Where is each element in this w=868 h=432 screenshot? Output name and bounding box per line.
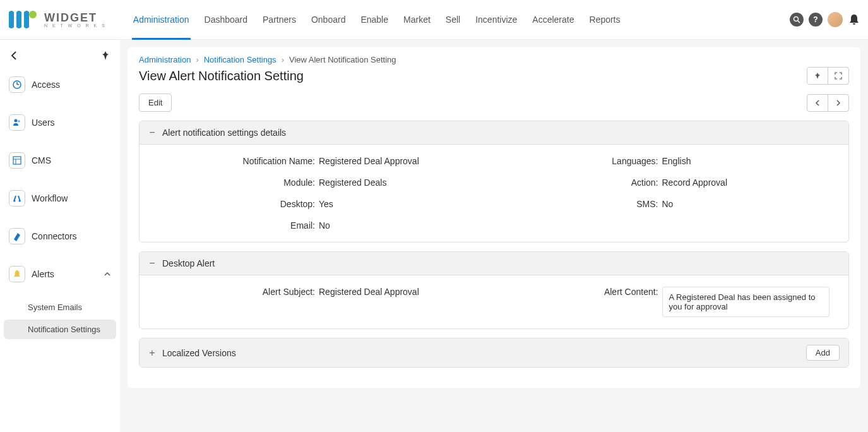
module-value: Registered Deals bbox=[319, 177, 386, 188]
search-icon[interactable] bbox=[790, 13, 804, 27]
email-value: No bbox=[319, 220, 330, 231]
topnav-onboard[interactable]: Onboard bbox=[304, 0, 353, 40]
connectors-icon bbox=[9, 228, 25, 244]
add-button[interactable]: Add bbox=[806, 345, 840, 361]
topnav-dashboard[interactable]: Dashboard bbox=[197, 0, 256, 40]
desktop-label: Desktop: bbox=[151, 199, 315, 209]
svg-rect-6 bbox=[13, 157, 21, 164]
panel-title: Localized Versions bbox=[162, 348, 236, 358]
alerts-icon bbox=[9, 266, 25, 282]
chevron-right-icon: › bbox=[196, 55, 198, 64]
sidebar-item-label: Connectors bbox=[32, 231, 77, 241]
topbar: WIDGET N E T W O R K S Administration Da… bbox=[0, 0, 868, 40]
topnav-accelerate[interactable]: Accelerate bbox=[525, 0, 581, 40]
sidebar-item-workflow[interactable]: Workflow bbox=[4, 184, 116, 213]
sms-label: SMS: bbox=[494, 199, 658, 209]
notification-name-value: Registered Deal Approval bbox=[319, 156, 419, 166]
logo-subtitle: N E T W O R K S bbox=[44, 23, 107, 28]
users-icon bbox=[9, 114, 25, 131]
pin-button[interactable] bbox=[807, 67, 828, 85]
avatar[interactable] bbox=[828, 12, 843, 27]
topnav-reports[interactable]: Reports bbox=[581, 0, 627, 40]
edit-button[interactable]: Edit bbox=[139, 93, 172, 112]
cms-icon bbox=[9, 152, 25, 169]
bell-icon[interactable] bbox=[848, 13, 860, 26]
topnav-enable[interactable]: Enable bbox=[353, 0, 396, 40]
access-icon bbox=[9, 76, 25, 93]
panel-desktop-alert: − Desktop Alert Alert Subject:Registered… bbox=[139, 251, 849, 329]
topnav-sell[interactable]: Sell bbox=[438, 0, 468, 40]
sidebar-item-connectors[interactable]: Connectors bbox=[4, 222, 116, 251]
email-label: Email: bbox=[151, 220, 315, 231]
alert-content-value: A Registered Deal has been assigned to y… bbox=[662, 287, 829, 317]
topnav-incentivize[interactable]: Incentivize bbox=[468, 0, 525, 40]
back-icon[interactable] bbox=[9, 50, 20, 61]
expand-button[interactable] bbox=[828, 67, 849, 85]
action-label: Action: bbox=[494, 177, 658, 188]
sidebar-sub-system-emails[interactable]: System Emails bbox=[4, 297, 116, 317]
help-icon[interactable]: ? bbox=[809, 13, 823, 27]
main: Administration › Notification Settings ›… bbox=[120, 40, 868, 432]
alert-subject-value: Registered Deal Approval bbox=[319, 287, 419, 297]
action-value: Record Approval bbox=[662, 177, 728, 188]
svg-point-4 bbox=[15, 119, 18, 123]
sidebar-item-alerts[interactable]: Alerts bbox=[4, 260, 116, 289]
topnav-administration[interactable]: Administration bbox=[126, 0, 197, 40]
sidebar-item-label: CMS bbox=[32, 155, 51, 165]
prev-button[interactable] bbox=[807, 94, 828, 112]
svg-line-2 bbox=[798, 21, 800, 23]
sidebar-item-access[interactable]: Access bbox=[4, 70, 116, 99]
expand-icon[interactable]: + bbox=[148, 349, 156, 357]
languages-label: Languages: bbox=[494, 156, 658, 166]
panel-details: − Alert notification settings details No… bbox=[139, 121, 849, 243]
alert-subject-label: Alert Subject: bbox=[151, 287, 315, 297]
topnav-market[interactable]: Market bbox=[396, 0, 438, 40]
logo[interactable]: WIDGET N E T W O R K S bbox=[8, 9, 107, 30]
sms-value: No bbox=[662, 199, 674, 209]
sidebar-item-label: Access bbox=[32, 80, 60, 90]
page-title: View Alert Notification Setting bbox=[139, 69, 304, 83]
notification-name-label: Notification Name: bbox=[151, 156, 315, 166]
panel-title: Alert notification settings details bbox=[162, 128, 286, 138]
module-label: Module: bbox=[151, 177, 315, 188]
crumb-notification-settings[interactable]: Notification Settings bbox=[204, 55, 276, 64]
logo-word: WIDGET bbox=[44, 12, 107, 23]
sidebar-sub-notification-settings[interactable]: Notification Settings bbox=[4, 320, 116, 339]
workflow-icon bbox=[9, 190, 25, 207]
chevron-up-icon bbox=[104, 270, 111, 278]
next-button[interactable] bbox=[828, 94, 849, 112]
sidebar-item-label: Alerts bbox=[32, 269, 54, 279]
collapse-icon[interactable]: − bbox=[148, 129, 156, 136]
logo-mark-icon bbox=[8, 9, 40, 30]
svg-point-1 bbox=[794, 17, 799, 21]
sidebar-item-users[interactable]: Users bbox=[4, 108, 116, 137]
svg-point-5 bbox=[18, 120, 20, 123]
topnav: Administration Dashboard Partners Onboar… bbox=[126, 0, 628, 40]
topnav-partners[interactable]: Partners bbox=[255, 0, 304, 40]
panel-localized-versions: + Localized Versions Add bbox=[139, 338, 849, 368]
svg-point-10 bbox=[19, 200, 21, 202]
svg-point-9 bbox=[14, 200, 16, 202]
chevron-right-icon: › bbox=[282, 55, 284, 64]
alert-content-label: Alert Content: bbox=[494, 287, 658, 297]
languages-value: English bbox=[662, 156, 691, 166]
sidebar-item-cms[interactable]: CMS bbox=[4, 146, 116, 175]
panel-title: Desktop Alert bbox=[162, 258, 215, 268]
sidebar-item-label: Workflow bbox=[32, 193, 68, 203]
desktop-value: Yes bbox=[319, 199, 333, 209]
breadcrumb: Administration › Notification Settings ›… bbox=[139, 55, 849, 64]
svg-point-0 bbox=[29, 11, 37, 18]
pin-icon[interactable] bbox=[100, 50, 111, 61]
collapse-icon[interactable]: − bbox=[148, 260, 156, 267]
sidebar: Access Users CMS Workflow Connectors Ale… bbox=[0, 40, 120, 432]
crumb-administration[interactable]: Administration bbox=[139, 55, 191, 64]
sidebar-item-label: Users bbox=[32, 117, 55, 128]
crumb-current: View Alert Notification Setting bbox=[289, 55, 396, 64]
